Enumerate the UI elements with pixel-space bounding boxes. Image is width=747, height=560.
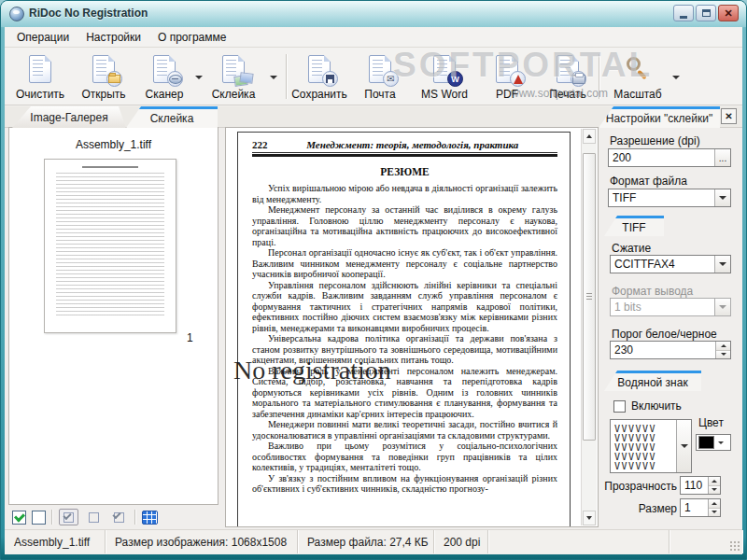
document-paragraph: Менеджмент персоналу за останній час вид… <box>252 204 557 247</box>
scroll-down-button[interactable] <box>583 511 596 525</box>
toggle-selection-icon[interactable] <box>109 509 129 525</box>
green-check-icon <box>13 511 24 522</box>
no-registration-watermark: No registration <box>233 356 391 385</box>
output-format-select: 1 bits <box>610 298 731 316</box>
watermark-pattern-select[interactable]: VVVVVV VVVVVV VVVVVV VVVVVV VVVVVV <box>610 419 692 473</box>
toolbar-open-button[interactable]: Открыть <box>75 53 133 102</box>
watermark-pattern-preview: VVVVVV VVVVVV VVVVVV VVVVVV VVVVVV <box>611 422 676 471</box>
arrow-up-icon <box>712 480 717 483</box>
size-spinner[interactable]: 1 <box>680 498 721 517</box>
spinner-down-button[interactable] <box>716 350 730 359</box>
thumbnail-title: Assembly_1.tiff <box>9 138 218 151</box>
tab-merge[interactable]: Склейка <box>126 106 218 128</box>
chevron-down-icon[interactable] <box>676 420 691 472</box>
scroll-up-button[interactable] <box>583 129 596 144</box>
chevron-down-icon[interactable] <box>714 256 730 273</box>
status-resize-area <box>669 530 742 553</box>
opacity-spinner[interactable]: 110 <box>680 476 721 495</box>
scanner-icon <box>167 71 183 87</box>
chevron-down-icon[interactable] <box>714 435 727 450</box>
color-select[interactable] <box>696 434 731 451</box>
tab-merge-settings[interactable]: Настройки "склейки" <box>599 106 720 128</box>
toolbar-pdf-button[interactable]: PDF <box>480 53 534 102</box>
tab-image-gallery[interactable]: Image-Галерея <box>12 106 126 128</box>
document-preview: 222 Менеджмент: теорія, методологія, пра… <box>225 127 599 527</box>
resize-grip-icon[interactable] <box>729 540 740 551</box>
close-button[interactable]: ✕ <box>718 5 739 21</box>
select-all-checkbox-icon[interactable] <box>12 511 26 525</box>
document-running-title: Менеджмент: теорія, методологія, практик… <box>268 139 558 150</box>
scanner-dropdown-arrow[interactable] <box>192 59 205 96</box>
file-format-select[interactable]: TIFF <box>608 189 731 207</box>
deselect-all-checkbox-icon[interactable] <box>32 511 46 525</box>
toolbar-mail-button[interactable]: ✉ Почта <box>354 53 406 102</box>
chevron-down-icon[interactable] <box>714 189 730 206</box>
document-paragraph: Успіх вирішальною мірою або невдача в ді… <box>252 183 557 204</box>
select-pages-mode-icon[interactable] <box>59 509 78 525</box>
toolbar-zoom-button[interactable]: Масштаб <box>608 53 668 102</box>
save-floppy-icon <box>322 71 338 87</box>
toolbar-separator <box>599 54 600 99</box>
invert-selection-icon[interactable] <box>84 509 104 525</box>
output-format-label: Формат вывода <box>612 285 693 298</box>
blank-document-icon <box>29 55 51 83</box>
page-number-label: 1 <box>187 331 193 344</box>
resolution-label: Разрешение (dpi) <box>610 134 700 147</box>
page-thumbnail[interactable] <box>44 159 176 333</box>
resolution-input[interactable]: 200 ... <box>608 148 731 167</box>
toolbar-scanner-button[interactable]: Сканер <box>136 53 192 102</box>
compression-select[interactable]: CCITTFAX4 <box>610 255 731 273</box>
arrow-down-icon <box>586 516 592 520</box>
magnifier-icon <box>624 55 652 83</box>
toolbar-print-button[interactable]: Печать <box>541 53 595 102</box>
maximize-icon <box>702 9 711 17</box>
word-icon: W <box>447 71 463 87</box>
toolbar-msword-button[interactable]: W MS Word <box>414 53 475 102</box>
resolution-browse-button[interactable]: ... <box>714 149 730 166</box>
spinner-up-button[interactable] <box>709 477 720 485</box>
spinner-down-button[interactable] <box>709 508 720 517</box>
scrollbar-thumb[interactable] <box>583 153 596 441</box>
document-scrollbar[interactable] <box>581 129 597 525</box>
status-bar: Assembly_1.tiff Размер изображения: 1068… <box>5 529 742 553</box>
chevron-down-icon <box>714 299 730 315</box>
window-title: RiDoc No Registration <box>29 7 148 20</box>
document-paragraph: Управління персоналом здійснюють лінійні… <box>252 280 557 334</box>
thumbnail-grid-view-icon[interactable] <box>142 511 158 525</box>
document-paragraph: Важливо при цьому розумітися у соціально… <box>252 441 557 473</box>
zoom-dropdown-arrow[interactable] <box>669 59 683 96</box>
maximize-button[interactable] <box>696 5 716 21</box>
pdf-icon <box>510 71 526 87</box>
watermark-settings-tab[interactable]: Водяной знак <box>604 371 701 391</box>
menu-operations[interactable]: Операции <box>8 28 78 47</box>
menu-settings[interactable]: Настройки <box>78 28 149 47</box>
toolbar-clear-button[interactable]: Очистить <box>10 53 70 102</box>
merge-images-icon <box>234 73 255 88</box>
chevron-down-icon <box>270 76 277 79</box>
toolbar-separator <box>286 54 288 99</box>
spinner-up-button[interactable] <box>709 499 720 508</box>
chevron-down-icon <box>195 76 203 79</box>
menu-about[interactable]: О программе <box>149 28 234 47</box>
arrow-down-icon <box>721 353 726 356</box>
merge-dropdown-arrow[interactable] <box>267 59 280 96</box>
spinner-up-button[interactable] <box>716 342 730 350</box>
spinner-down-button[interactable] <box>709 485 720 495</box>
page-list-panel: Assembly_1.tiff 1 <box>8 127 218 505</box>
title-bar[interactable]: RiDoc No Registration ✕ <box>1 1 746 27</box>
status-dpi: 200 dpi <box>434 530 488 553</box>
status-file-name: Assembly_1.tiff <box>5 530 106 553</box>
color-label: Цвет <box>698 416 724 429</box>
minimize-button[interactable] <box>673 5 694 21</box>
toolbar-save-button[interactable]: Сохранить <box>290 53 348 102</box>
toolbar-merge-button[interactable]: Склейка <box>204 53 262 102</box>
status-image-size: Размер изображения: 1068x1508 <box>106 530 298 553</box>
arrow-down-icon <box>712 511 717 513</box>
arrow-up-icon <box>721 344 726 347</box>
color-swatch <box>698 436 714 449</box>
status-empty <box>488 530 669 553</box>
toolbar-separator <box>51 510 53 525</box>
threshold-spinner[interactable]: 230 <box>610 341 731 359</box>
enable-checkbox[interactable] <box>613 400 626 413</box>
settings-close-button[interactable]: ✕ <box>721 108 737 124</box>
